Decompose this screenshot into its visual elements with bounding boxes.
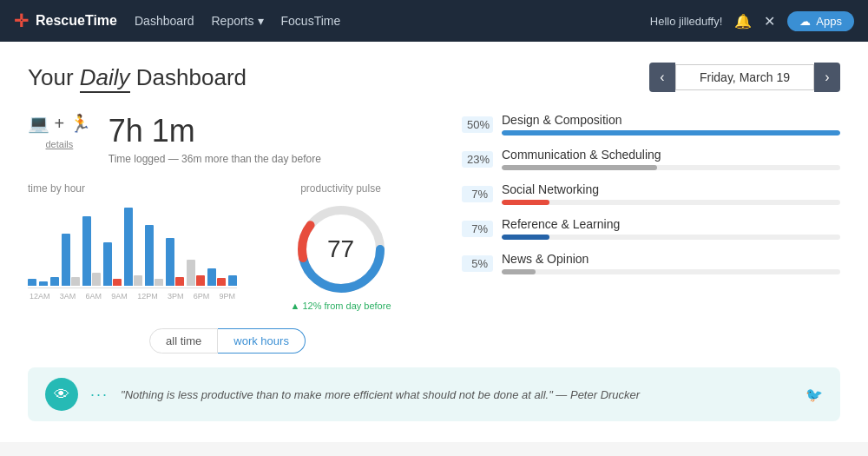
work-hours-toggle[interactable]: work hours — [218, 328, 306, 354]
category-name: Social Networking — [502, 182, 840, 196]
category-bar-track — [502, 269, 840, 274]
bar — [228, 275, 237, 286]
quote-text: "Nothing is less productive than to make… — [121, 388, 793, 401]
bar-chart — [28, 202, 237, 288]
main-grid: 💻 + 🏃 details 7h 1m Time logged — 36m mo… — [28, 113, 840, 354]
user-greeting: Hello jilleduffy! — [650, 15, 723, 28]
category-info: Reference & Learning — [502, 217, 840, 240]
bar — [28, 279, 36, 286]
category-name: Reference & Learning — [502, 217, 840, 231]
bar — [187, 260, 195, 286]
bell-icon[interactable]: 🔔 — [734, 13, 752, 30]
pulse-block: productivity pulse 77 ▲ 12% from day bef — [254, 182, 427, 311]
category-row-0: 50% Design & Composition — [462, 113, 840, 135]
category-bar-track — [502, 165, 840, 170]
charts-row: time by hour — [28, 182, 427, 311]
content-area: Your Daily Dashboard ‹ Friday, March 19 … — [0, 42, 868, 442]
category-row-1: 23% Communication & Scheduling — [462, 148, 840, 170]
category-name: News & Opinion — [502, 252, 840, 266]
category-row-3: 7% Reference & Learning — [462, 217, 840, 240]
total-time: 7h 1m — [108, 113, 321, 149]
all-time-toggle[interactable]: all time — [149, 328, 218, 354]
category-pct: 50% — [462, 116, 493, 133]
logo-icon: ✛ — [14, 10, 29, 31]
eye-icon: 👁 — [45, 378, 78, 411]
chevron-down-icon: ▾ — [258, 14, 264, 28]
logo[interactable]: ✛ RescueTime — [14, 10, 117, 31]
bar — [82, 216, 91, 286]
time-labels: 12AM 3AM 6AM 9AM 12PM 3PM 6PM 9PM — [28, 292, 237, 301]
ellipsis[interactable]: ··· — [90, 386, 108, 404]
wrench-icon[interactable]: ✕ — [764, 13, 775, 30]
cloud-icon: ☁ — [799, 15, 811, 28]
bar-group-6 — [124, 208, 142, 286]
category-bar-track — [502, 130, 840, 135]
nav-focustime[interactable]: FocusTime — [281, 14, 341, 28]
category-pct: 23% — [462, 151, 493, 168]
twitter-icon[interactable]: 🐦 — [806, 387, 823, 403]
category-bar-fill — [502, 130, 840, 135]
bar-group-4 — [82, 216, 101, 286]
prev-date-button[interactable]: ‹ — [649, 63, 675, 92]
bar — [196, 275, 205, 286]
category-pct: 7% — [462, 186, 493, 202]
category-bar-fill — [502, 200, 549, 205]
bar — [155, 279, 163, 286]
bar — [207, 268, 216, 286]
category-bar-fill — [502, 165, 657, 170]
bar-group-11 — [228, 275, 237, 286]
nav-right: Hello jilleduffy! 🔔 ✕ ☁ Apps — [650, 11, 854, 31]
bar-group-7 — [145, 225, 163, 286]
bar-group-8 — [166, 238, 184, 286]
time-stats: 7h 1m Time logged — 36m more than the da… — [108, 113, 321, 165]
time-subtitle: Time logged — 36m more than the day befo… — [108, 153, 321, 165]
bar-group-9 — [187, 260, 205, 286]
left-panel: 💻 + 🏃 details 7h 1m Time logged — 36m mo… — [28, 113, 427, 354]
navbar: ✛ RescueTime Dashboard Reports ▾ FocusTi… — [0, 0, 868, 42]
bar-group-3 — [62, 234, 80, 286]
pulse-value: 77 — [327, 235, 354, 263]
date-navigation: ‹ Friday, March 19 › — [649, 63, 840, 92]
category-bar-fill — [502, 269, 536, 274]
right-panel: 50% Design & Composition 23% Communicati… — [462, 113, 840, 354]
title-suffix: Dashboard — [136, 64, 247, 90]
bar-chart-block: time by hour — [28, 182, 237, 311]
pulse-circle: 77 — [293, 202, 389, 297]
category-row-4: 5% News & Opinion — [462, 252, 840, 274]
bar — [145, 225, 154, 286]
title-italic: Daily — [80, 64, 130, 93]
bar-group-0 — [28, 279, 36, 286]
next-date-button[interactable]: › — [814, 63, 840, 92]
category-bar-fill — [502, 235, 549, 240]
category-info: Communication & Scheduling — [502, 148, 840, 170]
bar — [50, 277, 59, 286]
bar — [166, 238, 174, 286]
pulse-label: productivity pulse — [300, 182, 381, 195]
category-row-2: 7% Social Networking — [462, 182, 840, 205]
nav-dashboard[interactable]: Dashboard — [135, 14, 194, 28]
title-prefix: Your — [28, 64, 74, 90]
stats-row: 💻 + 🏃 details 7h 1m Time logged — 36m mo… — [28, 113, 427, 165]
apps-button[interactable]: ☁ Apps — [787, 11, 854, 31]
bar — [92, 273, 101, 286]
category-bar-track — [502, 200, 840, 205]
category-name: Communication & Scheduling — [502, 148, 840, 162]
dashboard-title: Your Daily Dashboard — [28, 64, 247, 91]
details-link[interactable]: details — [46, 139, 74, 149]
bar — [62, 234, 70, 286]
bar — [217, 278, 226, 286]
bar-group-2 — [50, 277, 59, 286]
bar — [175, 277, 184, 286]
bar — [113, 279, 122, 286]
logo-text: RescueTime — [36, 13, 117, 29]
bar — [124, 208, 133, 286]
device-icons: 💻 + 🏃 details — [28, 113, 91, 149]
category-pct: 7% — [462, 221, 493, 237]
nav-reports[interactable]: Reports ▾ — [211, 14, 263, 28]
pulse-change: ▲ 12% from day before — [290, 301, 391, 311]
bar — [71, 277, 80, 286]
current-date: Friday, March 19 — [675, 64, 814, 90]
bar-group-10 — [207, 268, 226, 286]
quote-bar: 👁 ··· "Nothing is less productive than t… — [28, 367, 840, 421]
bar-group-1 — [39, 281, 48, 286]
